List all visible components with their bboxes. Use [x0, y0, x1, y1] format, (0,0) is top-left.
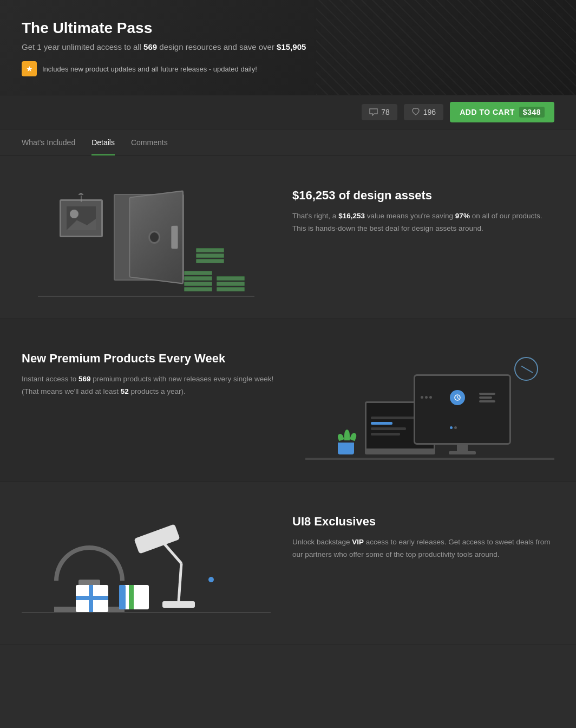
premium-products-heading: New Premium Products Every Week	[22, 352, 284, 366]
svg-rect-8	[129, 585, 134, 609]
cart-price: $348	[519, 107, 545, 118]
exclusives-heading: UI8 Exclusives	[292, 515, 554, 529]
tab-comments[interactable]: Comments	[131, 129, 168, 155]
svg-line-3	[162, 542, 181, 563]
design-assets-section: $16,253 of design assets That's right, a…	[0, 156, 576, 319]
desk-lamp	[119, 509, 227, 612]
comment-icon	[369, 108, 378, 116]
svg-rect-4	[134, 524, 180, 554]
star-icon: ★	[22, 61, 37, 76]
hero-section: The Ultimate Pass Get 1 year unlimited a…	[0, 0, 576, 95]
svg-point-5	[208, 577, 214, 582]
svg-line-2	[179, 563, 181, 601]
hero-badge: ★ Includes new product updates and all f…	[22, 61, 257, 76]
exclusives-illustration	[22, 504, 271, 623]
exclusives-body: Unlock backstage VIP access to early rel…	[292, 536, 554, 561]
hero-subtitle: Get 1 year unlimited access to all 569 d…	[22, 42, 554, 51]
comments-stat: 78	[362, 104, 397, 120]
clock-icon	[514, 357, 538, 381]
plant	[338, 430, 356, 454]
likes-stat: 196	[404, 104, 443, 120]
likes-count: 196	[423, 108, 436, 116]
tab-details[interactable]: Details	[91, 129, 115, 155]
design-assets-text: $16,253 of design assets That's right, a…	[292, 178, 554, 235]
add-to-cart-button[interactable]: ADD TO CART $348	[450, 102, 554, 122]
computer-illustration	[305, 341, 554, 460]
premium-products-text: New Premium Products Every Week Instant …	[22, 341, 284, 398]
premium-products-section: New Premium Products Every Week Instant …	[0, 319, 576, 482]
page-title: The Ultimate Pass	[22, 20, 554, 37]
tab-navigation: What's Included Details Comments	[0, 129, 576, 156]
gift-box	[76, 585, 108, 612]
safe-door	[129, 190, 184, 284]
heart-icon	[411, 108, 420, 116]
action-bar: 78 196 ADD TO CART $348	[0, 95, 576, 129]
comments-count: 78	[381, 108, 390, 116]
design-assets-heading: $16,253 of design assets	[292, 188, 554, 203]
safe-illustration	[22, 178, 271, 297]
design-assets-body: That's right, a $16,253 value means you'…	[292, 210, 554, 235]
tab-whats-included[interactable]: What's Included	[22, 129, 75, 155]
monitor	[414, 374, 511, 454]
photo-frame	[60, 199, 103, 237]
exclusives-section: UI8 Exclusives Unlock backstage VIP acce…	[0, 482, 576, 645]
svg-rect-7	[119, 585, 126, 609]
svg-rect-1	[162, 601, 195, 608]
exclusives-text: UI8 Exclusives Unlock backstage VIP acce…	[292, 504, 554, 561]
premium-products-body: Instant access to 569 premium products w…	[22, 373, 284, 398]
